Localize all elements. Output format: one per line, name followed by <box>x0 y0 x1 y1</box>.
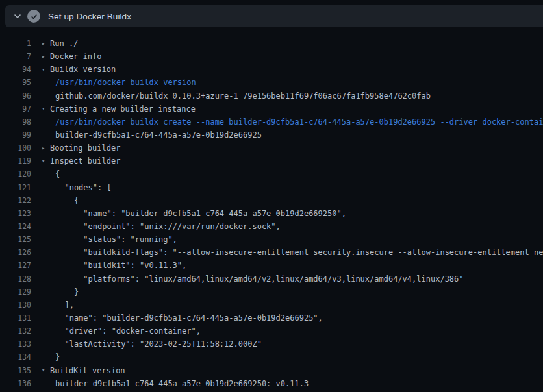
log-row: 99builder-d9cfb5a1-c764-445a-a57e-0b19d2… <box>0 129 543 141</box>
line-number[interactable]: 134 <box>0 352 31 361</box>
log-group-row[interactable]: 7▸Docker info <box>0 50 543 63</box>
log-row: 120{ <box>0 167 543 180</box>
line-number[interactable]: 131 <box>0 313 31 323</box>
line-number[interactable]: 120 <box>0 169 31 178</box>
log-output-text: { <box>55 196 79 205</box>
line-number[interactable]: 97 <box>0 104 31 114</box>
log-command-text: /usr/bin/docker buildx create --name bui… <box>55 117 543 127</box>
expand-triangle-icon[interactable]: ▸ <box>42 41 50 47</box>
line-number[interactable]: 123 <box>0 209 31 218</box>
log-output-text: ], <box>55 300 74 310</box>
log-output-text: "name": "builder-d9cfb5a1-c764-445a-a57e… <box>55 209 346 218</box>
chevron-down-icon[interactable] <box>8 5 27 27</box>
log-row: 128 "platforms": "linux/amd64,linux/amd6… <box>0 273 543 286</box>
group-title[interactable]: Buildx version <box>50 65 116 74</box>
step-title: Set up Docker Buildx <box>48 12 131 21</box>
log-row: 123 "name": "builder-d9cfb5a1-c764-445a-… <box>0 207 543 220</box>
line-number[interactable]: 95 <box>0 78 31 87</box>
log-output-text: } <box>55 288 79 297</box>
line-number[interactable]: 124 <box>0 222 31 231</box>
line-number[interactable]: 96 <box>0 92 31 101</box>
log-output-text: "name": "builder-d9cfb5a1-c764-445a-a57e… <box>55 313 323 323</box>
line-number[interactable]: 100 <box>0 143 31 153</box>
log-row: 127 "buildkit": "v0.11.3", <box>0 259 543 272</box>
log-output-text: "lastActivity": "2023-02-25T11:58:12.000… <box>55 339 262 349</box>
log-output-text: github.com/docker/buildx 0.10.3+azure-1 … <box>55 92 431 101</box>
line-number[interactable]: 135 <box>0 366 31 375</box>
log-output-text: builder-d9cfb5a1-c764-445a-a57e-0b19d2e6… <box>55 379 309 388</box>
line-number[interactable]: 99 <box>0 130 31 140</box>
line-number[interactable]: 133 <box>0 339 31 349</box>
log-group-row[interactable]: 135▾BuildKit version <box>0 364 543 377</box>
log-lines: 1▸Run ./7▸Docker info94▾Buildx version95… <box>0 37 543 390</box>
log-row: 134} <box>0 350 543 363</box>
log-row: 136builder-d9cfb5a1-c764-445a-a57e-0b19d… <box>0 377 543 390</box>
check-circle-icon <box>27 10 40 23</box>
group-title[interactable]: BuildKit version <box>50 366 125 375</box>
group-title[interactable]: Docker info <box>50 52 101 61</box>
log-row: 129 } <box>0 286 543 299</box>
line-number[interactable]: 119 <box>0 156 31 165</box>
log-output-text: "buildkitd-flags": "--allow-insecure-ent… <box>55 248 543 257</box>
line-number[interactable]: 128 <box>0 275 31 284</box>
group-title[interactable]: Run ./ <box>50 39 78 48</box>
step-header[interactable]: Set up Docker Buildx <box>5 5 543 27</box>
collapse-triangle-icon[interactable]: ▾ <box>42 67 50 73</box>
line-number[interactable]: 132 <box>0 326 31 336</box>
log-row: 131 "name": "builder-d9cfb5a1-c764-445a-… <box>0 312 543 325</box>
collapse-triangle-icon[interactable]: ▾ <box>42 158 50 164</box>
line-number[interactable]: 136 <box>0 379 31 388</box>
log-group-row[interactable]: 119▾Inspect builder <box>0 154 543 167</box>
group-title[interactable]: Booting builder <box>50 143 120 153</box>
group-title[interactable]: Creating a new builder instance <box>50 104 196 114</box>
log-output-text: "status": "running", <box>55 235 177 244</box>
log-row: 122 { <box>0 194 543 207</box>
log-group-row[interactable]: 94▾Buildx version <box>0 63 543 76</box>
log-output-text: "driver": "docker-container", <box>55 326 201 336</box>
log-row: 125 "status": "running", <box>0 233 543 246</box>
line-number[interactable]: 7 <box>0 52 31 61</box>
log-row: 95/usr/bin/docker buildx version <box>0 76 543 89</box>
log-output-text: "nodes": [ <box>55 183 112 192</box>
line-number[interactable]: 130 <box>0 300 31 310</box>
log-group-row[interactable]: 1▸Run ./ <box>0 37 543 50</box>
log-group-row[interactable]: 100▸Booting builder <box>0 141 543 154</box>
log-output-text: "platforms": "linux/amd64,linux/amd64/v2… <box>55 275 464 284</box>
log-output-text: builder-d9cfb5a1-c764-445a-a57e-0b19d2e6… <box>55 130 262 140</box>
log-row: 130 ], <box>0 299 543 312</box>
log-output-text: "buildkit": "v0.11.3", <box>55 261 186 270</box>
log-row: 96github.com/docker/buildx 0.10.3+azure-… <box>0 90 543 103</box>
log-output-text: } <box>55 352 60 361</box>
expand-triangle-icon[interactable]: ▸ <box>42 145 50 151</box>
log-row: 133 "lastActivity": "2023-02-25T11:58:12… <box>0 337 543 350</box>
line-number[interactable]: 129 <box>0 288 31 297</box>
log-row: 132 "driver": "docker-container", <box>0 325 543 337</box>
log-row: 124 "endpoint": "unix:///var/run/docker.… <box>0 220 543 233</box>
group-title[interactable]: Inspect builder <box>50 156 120 165</box>
log-output-text: "endpoint": "unix:///var/run/docker.sock… <box>55 222 281 231</box>
log-row: 121 "nodes": [ <box>0 181 543 194</box>
log-row: 126 "buildkitd-flags": "--allow-insecure… <box>0 246 543 259</box>
log-group-row[interactable]: 97▾Creating a new builder instance <box>0 103 543 116</box>
log-command-text: /usr/bin/docker buildx version <box>55 78 196 87</box>
line-number[interactable]: 122 <box>0 196 31 205</box>
collapse-triangle-icon[interactable]: ▾ <box>42 367 50 373</box>
collapse-triangle-icon[interactable]: ▾ <box>42 106 50 112</box>
line-number[interactable]: 98 <box>0 117 31 127</box>
log-row: 98/usr/bin/docker buildx create --name b… <box>0 116 543 129</box>
line-number[interactable]: 127 <box>0 261 31 270</box>
line-number[interactable]: 94 <box>0 65 31 74</box>
line-number[interactable]: 121 <box>0 183 31 192</box>
line-number[interactable]: 126 <box>0 248 31 257</box>
line-number[interactable]: 125 <box>0 235 31 244</box>
line-number[interactable]: 1 <box>0 39 31 48</box>
log-output-text: { <box>55 169 60 178</box>
expand-triangle-icon[interactable]: ▸ <box>42 54 50 60</box>
